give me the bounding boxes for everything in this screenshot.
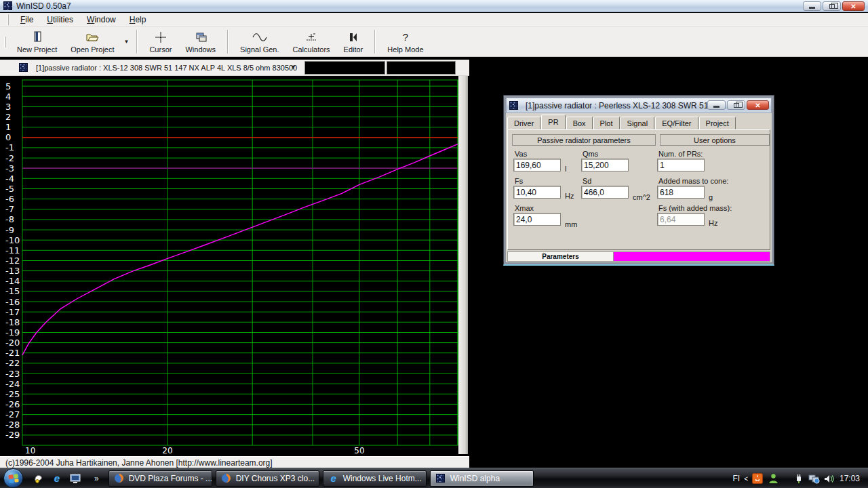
y-axis-label: -24: [5, 379, 20, 389]
cursor-readout-panel-1: [304, 61, 385, 75]
dialog-body: Driver PR Box Plot Signal EQ/Filter Proj…: [506, 113, 772, 262]
java-icon[interactable]: [752, 473, 764, 485]
minimize-button[interactable]: [803, 1, 821, 11]
tab-plot[interactable]: Plot: [593, 117, 620, 129]
xmax-input[interactable]: [513, 213, 561, 226]
show-desktop-icon[interactable]: [69, 472, 81, 485]
restore-icon: [734, 103, 739, 108]
cursor-label: Cursor: [149, 45, 172, 54]
toolbar: New Project Open Project ▼ Cursor Window…: [0, 27, 868, 57]
tray-collapse-chevron[interactable]: <: [744, 475, 748, 483]
new-project-label: New Project: [17, 45, 57, 54]
volume-icon[interactable]: [824, 473, 835, 485]
fs-input[interactable]: [513, 186, 561, 199]
menu-item-file[interactable]: File: [14, 14, 39, 26]
task-button-winisd-alpha[interactable]: WinISD alpha: [430, 470, 534, 487]
internet-explorer-icon[interactable]: e: [51, 472, 63, 485]
y-axis-label: -5: [5, 184, 14, 194]
dialog-minimize-button[interactable]: [707, 100, 726, 110]
winisd-app-icon: [3, 1, 12, 10]
menu-item-window[interactable]: Window: [81, 14, 122, 26]
status-text: (c)1996-2004 Juha Hartikainen, Janne Aho…: [3, 458, 469, 468]
dialog-close-button[interactable]: ✕: [747, 100, 769, 110]
menu-item-help[interactable]: Help: [123, 14, 153, 26]
open-project-dropdown-arrow[interactable]: ▼: [121, 39, 132, 45]
y-axis-label: -17: [5, 307, 20, 317]
windows-cascade-icon: [195, 30, 207, 44]
help-mode-button[interactable]: ? Help Mode: [380, 27, 430, 56]
tab-pr[interactable]: PR: [541, 115, 565, 129]
y-axis-label: 1: [5, 122, 11, 132]
winisd-icon: [435, 473, 446, 484]
transfer-function-chart: 543210-1-2-3-4-5-6-7-8-9-10-11-12-13-14-…: [0, 76, 458, 454]
tab-eq-filter[interactable]: EQ/Filter: [655, 117, 698, 129]
dialog-icon: [509, 101, 518, 110]
dialog-titlebar[interactable]: [1]passive radiator : Peerless XLS-12 30…: [506, 98, 772, 113]
y-axis-label: -29: [5, 430, 20, 440]
y-axis-label: -9: [5, 225, 14, 235]
quick-launch-app-icon[interactable]: [33, 472, 45, 485]
y-axis-label: -23: [5, 369, 20, 379]
y-axis-label: -15: [5, 286, 20, 296]
pr-tab-page: Passive radiator parameters User options…: [507, 129, 770, 250]
vas-unit: l: [565, 165, 566, 173]
tab-driver[interactable]: Driver: [507, 117, 540, 129]
y-axis-label: 0: [5, 132, 11, 142]
messenger-buddy-icon[interactable]: [768, 473, 779, 485]
xmax-unit: mm: [565, 220, 577, 228]
plot-window: [1]passive radiator : XLS-12 308 SWR 51 …: [0, 60, 469, 454]
close-button[interactable]: ✕: [842, 1, 865, 11]
power-plug-icon[interactable]: [793, 473, 804, 485]
progress-bar: [614, 251, 770, 262]
tab-box[interactable]: Box: [566, 117, 593, 129]
dialog-restore-button[interactable]: [727, 100, 745, 110]
dialog-title: [1]passive radiator : Peerless XLS-12 30…: [526, 101, 731, 110]
windows-flag-icon: [8, 474, 19, 483]
y-axis-label: -4: [5, 174, 14, 184]
task-button-dvd-plaza[interactable]: DVD Plaza Forums - ...: [108, 470, 212, 487]
signal-gen-button[interactable]: Signal Gen.: [233, 27, 285, 56]
y-axis-label: -19: [5, 327, 20, 338]
num-prs-input[interactable]: [657, 159, 705, 171]
y-axis-label: -2: [5, 153, 14, 163]
network-icon[interactable]: [808, 473, 820, 485]
vas-input[interactable]: [513, 159, 561, 171]
open-project-button[interactable]: Open Project: [64, 27, 121, 56]
added-mass-input[interactable]: [657, 186, 705, 199]
plot-area[interactable]: 543210-1-2-3-4-5-6-7-8-9-10-11-12-13-14-…: [0, 76, 458, 454]
new-project-icon: [32, 30, 43, 44]
editor-button[interactable]: Editor: [337, 27, 370, 56]
cursor-button[interactable]: Cursor: [142, 27, 178, 56]
calculators-button[interactable]: Calculators: [286, 27, 337, 56]
windows-button[interactable]: Windows: [178, 27, 222, 56]
menu-item-utilities[interactable]: Utilities: [41, 14, 79, 26]
sd-input[interactable]: [581, 186, 629, 199]
chevron-down-icon[interactable]: ▼: [290, 64, 296, 70]
sine-wave-icon: [252, 30, 267, 44]
sd-label: Sd: [583, 177, 591, 185]
calculator-icon: [305, 30, 317, 44]
y-axis-label: -28: [5, 420, 20, 430]
new-project-button[interactable]: New Project: [10, 27, 64, 56]
main-titlebar: WinISD 0.50a7 ✕: [0, 0, 868, 12]
signal-gen-label: Signal Gen.: [240, 45, 279, 54]
x-axis-label: 20: [162, 446, 172, 454]
restore-button[interactable]: [823, 1, 841, 11]
section-button-user-options[interactable]: User options: [660, 134, 770, 146]
tab-project[interactable]: Project: [699, 117, 736, 129]
x-axis-label: 10: [25, 446, 35, 454]
task-button-diy-chorus[interactable]: DIY Chorus XP3 clo...: [216, 470, 319, 487]
qms-input[interactable]: [581, 159, 629, 171]
language-indicator[interactable]: FI: [732, 474, 740, 483]
start-button[interactable]: [3, 468, 23, 488]
editor-icon: [349, 30, 358, 44]
quick-launch-overflow-chevron[interactable]: »: [94, 474, 99, 483]
clock[interactable]: 17:03: [840, 474, 860, 483]
project-selector[interactable]: [1]passive radiator : XLS-12 308 SWR 51 …: [36, 64, 297, 72]
tab-signal[interactable]: Signal: [620, 117, 655, 129]
task-button-windows-live-hotmail[interactable]: e Windows Live Hotm...: [323, 470, 427, 487]
section-button-passive-radiator-parameters[interactable]: Passive radiator parameters: [512, 134, 656, 146]
task-buttons: DVD Plaza Forums - ... DIY Chorus XP3 cl…: [108, 470, 534, 487]
y-axis-label: -18: [5, 317, 20, 327]
y-axis-label: -13: [5, 266, 20, 276]
